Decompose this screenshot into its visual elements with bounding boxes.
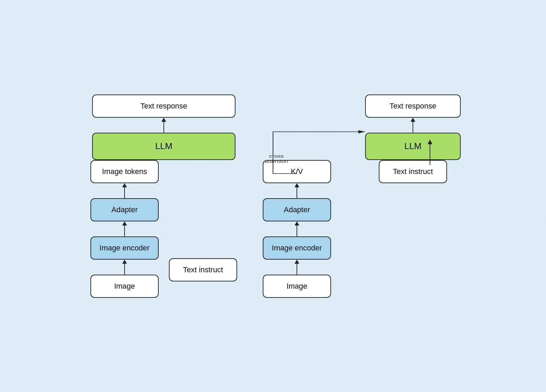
d1-two-arrows: Image tokens Adapter Image encoder bbox=[90, 160, 237, 298]
d1-adapter: Adapter bbox=[90, 198, 159, 221]
d2-top: Text response LLM bbox=[263, 95, 461, 160]
d1-image-tokens: Image tokens bbox=[90, 160, 159, 183]
d2-llm: LLM bbox=[365, 133, 461, 160]
d2-bottom-cols: K/V Adapter Image encoder bbox=[263, 160, 461, 298]
d2-right-col: Text instruct bbox=[365, 160, 461, 298]
d2-adapter: Adapter bbox=[263, 198, 331, 221]
main-container: Text response LLM Image tokens bbox=[14, 15, 532, 377]
diagram-2: Text response LLM K/V bbox=[263, 95, 461, 298]
d1-arrow-3 bbox=[122, 183, 127, 198]
d1-left-branch: Image tokens Adapter Image encoder bbox=[90, 160, 159, 298]
d2-text-response: Text response bbox=[365, 95, 461, 118]
d1-arrow-2 bbox=[122, 221, 127, 236]
d1-image: Image bbox=[90, 275, 159, 298]
d1-llm: LLM bbox=[92, 133, 235, 160]
d2-arrow-kv bbox=[294, 183, 299, 198]
d1-image-encoder: Image encoder bbox=[90, 236, 159, 260]
d1-arrow-5 bbox=[161, 118, 166, 133]
d2-image-encoder: Image encoder bbox=[263, 236, 331, 260]
diagram-1: Text response LLM Image tokens bbox=[85, 95, 242, 298]
d1-arrow-1 bbox=[122, 260, 127, 275]
d2-arrow-top bbox=[365, 118, 461, 133]
d2-left-col: K/V Adapter Image encoder bbox=[263, 160, 331, 298]
d2-kv: K/V bbox=[263, 160, 331, 183]
d2-arrow-encoder bbox=[294, 260, 299, 275]
d1-text-response: Text response bbox=[92, 95, 235, 118]
d2-arrow-adapter bbox=[294, 221, 299, 236]
d2-text-instruct: Text instruct bbox=[379, 160, 447, 183]
d1-right-branch: Text instruct bbox=[169, 258, 237, 298]
d1-text-instruct: Text instruct bbox=[169, 258, 237, 281]
d2-image: Image bbox=[263, 275, 331, 298]
